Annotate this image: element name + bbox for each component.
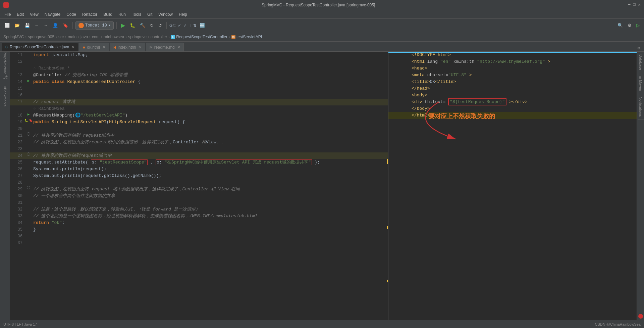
tab-ok-html[interactable]: H ok.html ✕ — [79, 43, 109, 51]
tab-close-readme[interactable]: ✕ — [177, 45, 180, 49]
tab-close-controller[interactable]: ✕ — [72, 45, 74, 49]
sidebar-structure-icon[interactable]: Structure — [1, 63, 9, 71]
highlight-setattribute-s: s: "testRequestScope" — [91, 159, 148, 165]
code-line-15: 15 — [10, 85, 388, 92]
menu-help[interactable]: Help — [176, 11, 190, 17]
back-button[interactable]: ← — [33, 22, 41, 29]
bc-rainbowsea[interactable]: rainbowsea — [104, 35, 124, 39]
menu-tools[interactable]: Tools — [129, 11, 144, 17]
menu-edit[interactable]: Edit — [14, 11, 26, 17]
bookmark-circle-29[interactable] — [27, 186, 30, 189]
title-bar: SpringMVC - RequestScopeTestController.j… — [0, 0, 644, 10]
left-sidebar: Project Structure ⎇ ⇅ Bookmarks — [0, 52, 10, 320]
bc-controller[interactable]: controller — [151, 35, 167, 39]
breadcrumb: SpringMVC › springmvc-005 › src › main ›… — [0, 32, 644, 42]
left-editor: 11 import java.util.Map; 12 ☆ RainbowSea… — [10, 52, 388, 320]
separator-3 — [166, 22, 167, 29]
menu-view[interactable]: View — [27, 11, 41, 17]
separator-1 — [72, 22, 73, 29]
bookmark-circle-21[interactable] — [27, 132, 30, 136]
menu-build[interactable]: Build — [101, 11, 115, 17]
bc-main[interactable]: main — [68, 35, 76, 39]
annotation-text: 要对应上不然获取失败的 — [429, 112, 495, 120]
tabs: C RequestScopeTestController.java ✕ H ok… — [0, 42, 644, 52]
bc-src[interactable]: src — [58, 35, 64, 39]
run-gutter-icon[interactable]: ▶ — [28, 79, 30, 83]
run-button[interactable]: ▶ — [119, 21, 127, 30]
tab-close-ok[interactable]: ✕ — [103, 45, 105, 49]
reload-button[interactable]: ↺ — [157, 22, 164, 29]
code-line-25: 25 request.setAttribute( s: "testRequest… — [10, 159, 388, 166]
notification-dot — [638, 314, 643, 319]
tab-close-index[interactable]: ✕ — [139, 45, 142, 49]
maximize-button[interactable]: □ — [633, 2, 636, 7]
code-line-28: 28 — [10, 179, 388, 186]
window-controls[interactable]: — □ ✕ — [628, 2, 641, 7]
gutter-debug-icon[interactable]: 🐛 — [24, 119, 28, 123]
menu-code[interactable]: Code — [64, 11, 79, 17]
html-line-5: <title>OK</title> — [388, 79, 637, 85]
code-line-19: 19 🐛 🔖 public String testServletAPI(Http… — [10, 119, 388, 126]
bc-springmvc2[interactable]: springmvc — [128, 35, 147, 39]
html-code-editor[interactable]: <!DOCTYPE html> <html lang="en" xmlns:th… — [388, 52, 637, 320]
open-button[interactable]: 📂 — [13, 22, 21, 29]
code-line-12: 12 — [10, 58, 388, 65]
sidebar-bookmarks-icon[interactable]: Bookmarks — [1, 94, 9, 101]
sidebar-commit-icon[interactable]: ⎇ — [1, 74, 9, 81]
menu-navigate[interactable]: Navigate — [42, 11, 63, 17]
tab-index-html[interactable]: H index.html ✕ — [110, 43, 145, 51]
bc-class[interactable]: RequestScopeTestController — [176, 35, 227, 39]
bc-com[interactable]: com — [92, 35, 100, 39]
class-icon: C — [171, 35, 175, 39]
code-line-17: 17 // request 请求域 — [10, 99, 388, 105]
scroll-indicator-2 — [387, 226, 388, 229]
code-line-27: 27 System.out.println(request.getClass()… — [10, 173, 388, 179]
tab-icon-controller: C — [5, 45, 8, 49]
debug-button[interactable]: 🐛 — [128, 22, 137, 29]
build-button[interactable]: 🔨 — [138, 22, 147, 29]
java-code-editor[interactable]: 11 import java.util.Map; 12 ☆ RainbowSea… — [10, 52, 388, 320]
settings-button[interactable]: ⚙ — [626, 22, 633, 29]
menu-file[interactable]: File — [2, 11, 13, 17]
bookmark-circle-24[interactable] — [27, 152, 30, 156]
code-line-36: 36 — [10, 233, 388, 240]
th-text-highlight: "${testRequestScope}" — [448, 98, 506, 105]
bc-method[interactable]: testServletAPI — [236, 35, 262, 39]
panel-maven[interactable]: m Maven — [638, 73, 644, 94]
forward-button[interactable]: → — [42, 22, 50, 29]
editor-settings-button[interactable]: ⚙ — [636, 45, 642, 51]
user-button[interactable]: 👤 — [51, 22, 60, 29]
minimize-button[interactable]: — — [628, 2, 630, 7]
bc-springmvc-005[interactable]: springmvc-005 — [28, 35, 54, 39]
menu-window[interactable]: Window — [156, 11, 175, 17]
new-file-button[interactable]: ⬜ — [3, 22, 11, 29]
menu-git[interactable]: Git — [145, 11, 155, 17]
panel-database[interactable]: Database — [638, 52, 644, 73]
code-line-21: 21 // 将共享的数据存储到 request域当中 — [10, 132, 388, 139]
bc-springmvc[interactable]: SpringMVC — [3, 35, 24, 39]
menu-refactor[interactable]: Refactor — [79, 11, 100, 17]
menu-run[interactable]: Run — [116, 11, 128, 17]
html-line-6: </head> — [388, 85, 637, 92]
search-everywhere-button[interactable]: 🔍 — [616, 22, 625, 29]
sidebar-project-icon[interactable]: Project — [1, 53, 9, 61]
tab-controller[interactable]: C RequestScopeTestController.java ✕ — [2, 43, 78, 51]
update-button[interactable]: ↻ — [148, 22, 155, 29]
tab-readme[interactable]: M readme.md ✕ — [146, 43, 184, 51]
bookmark-button[interactable]: 🔖 — [61, 22, 70, 29]
panel-notifications[interactable]: Notifications — [638, 94, 644, 120]
status-info: UTF-8 | LF | Java 17 — [3, 322, 37, 326]
tab-label-index: index.html — [118, 45, 136, 50]
plugins-button[interactable]: ▷ — [635, 22, 641, 29]
close-button[interactable]: ✕ — [638, 2, 641, 7]
app-logo — [3, 2, 9, 8]
tomcat-selector[interactable]: Tomcat 10 ▾ — [75, 21, 114, 30]
code-line-11: 11 import java.util.Map; — [10, 52, 388, 58]
run-gutter-icon-18[interactable]: ▶ — [28, 112, 30, 116]
tab-label-ok: ok.html — [87, 45, 100, 50]
save-button[interactable]: 💾 — [23, 22, 32, 29]
translate-button[interactable]: 🔤 — [198, 22, 207, 29]
code-line-31: 31 — [10, 199, 388, 206]
bc-java[interactable]: java — [80, 35, 88, 39]
tomcat-label: Tomcat 10 — [85, 23, 107, 28]
